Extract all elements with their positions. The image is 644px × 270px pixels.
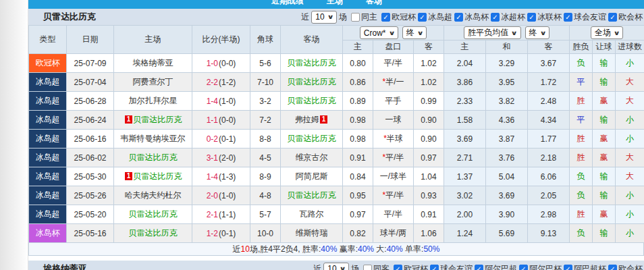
league-filter: ✓阿尔巴超	[475, 263, 517, 270]
league-label: 阿尔巴超	[485, 263, 517, 270]
cell-home-team: 埃格纳蒂亚	[114, 54, 192, 73]
league-checkbox[interactable]: ✓	[430, 265, 439, 270]
cell-date: 25-05-26	[67, 186, 114, 205]
cell-odds-away: 0.97	[414, 148, 444, 167]
cell-result-wdl: 胜	[570, 130, 593, 148]
cell-handicap: 平手	[373, 92, 414, 111]
cell-result-wdl: 胜	[570, 92, 593, 111]
match-count-select[interactable]: 10∨	[311, 11, 337, 24]
cell-avg-draw: 3.82	[486, 92, 528, 111]
league-filter: ✓球会友谊	[430, 263, 473, 270]
league-checkbox[interactable]: ✓	[527, 13, 536, 22]
final-odds-select-1[interactable]: 终∨	[402, 26, 427, 39]
cell-handicap: *平/半	[373, 148, 414, 167]
table-row: 冰岛超25-05-301贝雷达比历克1-4(1-3)8-9阿简尼斯0.84一/球…	[29, 167, 644, 186]
cell-odds-home: 0.86	[343, 73, 373, 92]
scope-select[interactable]: 全场∨	[591, 26, 623, 39]
league-checkbox[interactable]: ✓	[454, 13, 463, 22]
league-label: 阿尔巴杯	[529, 263, 562, 270]
cell-odds-away: 1.02	[414, 54, 444, 73]
league-filter: ✓欧会杯	[608, 263, 643, 270]
cell-score: 3-1(2-0)	[192, 148, 250, 167]
history-table: 类型 日期 主场 比分(半场) 角球 客场 Crow*∨ 终∨ 胜平负均	[28, 25, 644, 243]
league-filter: ✓球会友谊	[564, 11, 606, 23]
cell-date: 25-06-02	[67, 148, 114, 167]
cell-score: 2-1(1-1)	[192, 205, 250, 224]
cell-league: 冰岛杯	[29, 224, 67, 243]
cell-away-team: 贝雷达比历克	[281, 130, 343, 148]
cell-avg-home: 1.58	[444, 111, 486, 130]
top-navbar: 近期战绩主场客场	[28, 0, 644, 9]
near-label: 近	[301, 11, 309, 23]
match-count-select-bottom[interactable]: 10∨	[323, 263, 349, 270]
bookmaker-select[interactable]: Crow*∨	[360, 26, 398, 39]
cell-result-handicap: 赢	[593, 148, 616, 167]
cell-corner: 7-10	[250, 73, 281, 92]
league-checkbox[interactable]: ✓	[394, 265, 402, 270]
cell-result-handicap: 赢	[593, 130, 616, 148]
cell-score: 1-0(0-0)	[192, 54, 250, 73]
near-label: 近	[313, 263, 321, 270]
cell-result-handicap: 输	[593, 186, 616, 205]
same-venue-checkbox[interactable]	[351, 13, 360, 22]
subcol-handicap: 盘口	[373, 40, 414, 54]
league-checkbox[interactable]: ✓	[418, 13, 427, 22]
league-checkbox[interactable]: ✓	[519, 265, 528, 270]
cell-league: 冰岛超	[29, 92, 67, 111]
cell-avg-away: 3.67	[528, 54, 570, 73]
league-filter: ✓欧冠杯	[381, 11, 416, 23]
chevron-down-icon: ∨	[417, 30, 423, 36]
league-filter: ✓冰岛超	[418, 11, 452, 23]
cell-result-goals: 大	[616, 167, 644, 186]
nav-tab[interactable]: 近期战绩	[271, 0, 304, 7]
table-row: 冰岛超25-06-16韦斯特曼纳埃亚尔0-2(0-1)8-8贝雷达比历克0.98…	[29, 130, 644, 148]
avg-odds-select[interactable]: 胜平负均值∨	[464, 26, 520, 39]
league-checkbox[interactable]: ✓	[608, 265, 617, 270]
chevron-down-icon: ∨	[327, 14, 333, 20]
cell-avg-home: 2.04	[444, 54, 486, 73]
cell-avg-away: 2.18	[528, 148, 570, 167]
col-header-corner: 角球	[250, 26, 281, 54]
col-header-type: 类型	[29, 26, 67, 54]
cell-home-team: 韦斯特曼纳埃亚尔	[114, 130, 192, 148]
cell-score: 1-4(1-3)	[192, 167, 250, 186]
cell-date: 25-07-04	[67, 73, 114, 92]
league-label: 欧会杯	[618, 11, 643, 23]
cell-score: 2-2(1-2)	[192, 73, 250, 92]
league-checkbox[interactable]: ✓	[564, 13, 572, 22]
same-venue-label: 同主	[361, 11, 377, 23]
cell-handicap: *半球	[373, 130, 414, 148]
table-row: 冰岛超25-06-241贝雷达比历克1-1(0-0)7-2弗拉姆10.98一球0…	[29, 111, 644, 130]
cell-odds-home: 0.91	[343, 148, 373, 167]
cell-away-team: 阿简尼斯	[281, 167, 343, 186]
summary-segment: 近	[233, 244, 241, 254]
final-odds-select-2[interactable]: 终∨	[525, 26, 549, 39]
nav-tab[interactable]: 客场	[366, 0, 382, 7]
league-checkbox[interactable]: ✓	[608, 13, 617, 22]
cell-corner: 8-9	[250, 167, 281, 186]
cell-avg-home: 2.33	[444, 92, 486, 111]
cell-avg-home: 2.00	[444, 205, 486, 224]
cell-league: 冰岛超	[29, 148, 67, 167]
nav-tab[interactable]: 主场	[327, 0, 343, 7]
red-card-badge: 1	[125, 115, 133, 124]
page: 近期战绩主场客场 贝雷达比历克 近 10∨ 场 同主 ✓欧冠杯✓冰岛超✓冰岛杯✓…	[0, 0, 644, 270]
league-checkbox[interactable]: ✓	[564, 265, 572, 270]
cell-league: 冰岛超	[29, 167, 67, 186]
cell-score: 0-2(0-1)	[192, 130, 250, 148]
same-venue-label-bottom: 同客	[373, 263, 390, 270]
cell-odds-home: 0.84	[343, 167, 373, 186]
cell-result-goals: 小	[616, 205, 644, 224]
cell-odds-home: 0.97	[343, 205, 373, 224]
cell-odds-away: 0.91	[414, 205, 444, 224]
cell-avg-draw: 5.04	[486, 167, 528, 186]
cell-result-goals: 大	[616, 92, 644, 111]
league-checkbox[interactable]: ✓	[491, 13, 500, 22]
league-checkbox[interactable]: ✓	[475, 265, 483, 270]
same-venue-checkbox-bottom[interactable]	[363, 265, 372, 270]
cell-avg-away: 2.48	[528, 92, 570, 111]
cell-score: 1-4(1-0)	[192, 92, 250, 111]
cell-result-handicap: 输	[593, 167, 616, 186]
league-label: 球会友谊	[574, 11, 606, 23]
league-checkbox[interactable]: ✓	[381, 13, 390, 22]
